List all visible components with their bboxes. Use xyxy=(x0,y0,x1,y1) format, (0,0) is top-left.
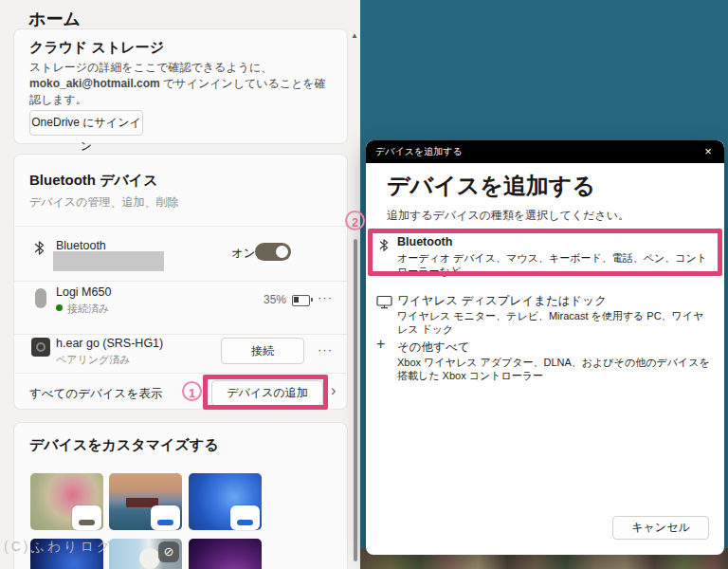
option-title: ワイヤレス ディスプレイまたはドック xyxy=(397,293,607,309)
connected-dot-icon xyxy=(56,304,63,311)
add-device-dialog: デバイスを追加する × デバイスを追加する 追加するデバイスの種類を選択してくだ… xyxy=(366,140,724,555)
blocked-icon: ⊘ xyxy=(158,541,179,562)
dialog-subheading: 追加するデバイスの種類を選択してください。 xyxy=(387,208,629,224)
device-status: 接続済み xyxy=(56,302,109,316)
option-description: Xbox ワイヤレス アダプター、DLNA、およびその他のデバイスを搭載した X… xyxy=(397,356,712,382)
watermark: (C)ふわりログ xyxy=(4,539,113,556)
screenshot-root: ホーム ▲ クラウド ストレージ ストレージの詳細をここで確認できるように、mo… xyxy=(0,0,728,569)
customize-card-title: デバイスをカスタマイズする xyxy=(29,436,219,454)
dialog-heading: デバイスを追加する xyxy=(387,171,595,201)
more-options-icon[interactable]: ··· xyxy=(318,342,333,357)
scrollbar-thumb[interactable] xyxy=(354,239,357,561)
speaker-icon xyxy=(31,338,50,357)
device-name: Logi M650 xyxy=(56,285,111,299)
device-preview-icon xyxy=(72,505,101,530)
battery-percent: 35% xyxy=(264,293,286,306)
bluetooth-devices-card: Bluetooth デバイス デバイスの管理、追加、削除 Bluetooth オ… xyxy=(13,154,348,410)
show-all-devices-label: すべてのデバイスを表示 xyxy=(29,386,162,402)
battery-icon xyxy=(292,295,310,306)
cloud-storage-card: クラウド ストレージ ストレージの詳細をここで確認できるように、moko_aki… xyxy=(13,28,348,144)
connect-button[interactable]: 接続 xyxy=(221,338,304,364)
divider xyxy=(14,373,347,374)
onedrive-signin-button[interactable]: OneDrive にサインイン xyxy=(29,110,143,136)
page-title: ホーム xyxy=(28,8,81,30)
toggle-state-label: オン xyxy=(231,246,256,262)
bluetooth-toggle-label: Bluetooth xyxy=(56,239,106,252)
bluetooth-icon xyxy=(33,240,46,256)
device-preview-icon xyxy=(151,505,180,530)
option-title: その他すべて xyxy=(397,340,469,356)
toggle-knob xyxy=(276,246,288,258)
dialog-titlebar: デバイスを追加する × xyxy=(366,140,724,163)
cloud-storage-title: クラウド ストレージ xyxy=(29,39,164,57)
step-annotation-circle-1: 1 xyxy=(182,381,202,401)
wallpaper-thumbnail[interactable] xyxy=(30,473,103,530)
dialog-titlebar-text: デバイスを追加する xyxy=(375,145,463,158)
cloud-storage-description: ストレージの詳細をここで確認できるように、moko_aki@hotmail.co… xyxy=(29,60,331,108)
wallpaper-thumbnail[interactable]: ⊘ xyxy=(109,539,182,569)
cloud-storage-description-pre: ストレージの詳細をここで確認できるように、 xyxy=(29,61,272,74)
close-icon[interactable]: × xyxy=(700,143,717,160)
monitor-icon xyxy=(376,295,392,309)
device-name: h.ear go (SRS-HG1) xyxy=(56,337,163,350)
thumbnail-image xyxy=(189,539,262,569)
mouse-icon xyxy=(35,288,46,308)
device-status-text: ペアリング済み xyxy=(56,353,131,367)
step-annotation-box-1 xyxy=(203,375,328,410)
divider xyxy=(14,334,347,335)
option-description: ワイヤレス モニター、テレビ、Miracast を使用する PC、ワイヤレス ド… xyxy=(397,309,710,336)
device-status-text: 接続済み xyxy=(67,303,109,314)
device-preview-bar xyxy=(237,520,253,525)
step-annotation-circle-2: 2 xyxy=(345,211,365,230)
wallpaper-thumbnail[interactable] xyxy=(189,539,262,569)
bluetooth-card-subtitle: デバイスの管理、追加、削除 xyxy=(29,194,178,211)
speaker-cone xyxy=(36,342,46,352)
thumbnail-flower xyxy=(139,548,160,569)
divider xyxy=(14,226,347,227)
device-preview-bar xyxy=(79,520,95,525)
device-preview-bar xyxy=(157,520,173,525)
step-annotation-box-2 xyxy=(368,229,722,276)
account-email: moko_aki@hotmail.com xyxy=(29,77,160,90)
divider xyxy=(14,281,347,282)
redacted-device-name xyxy=(53,251,164,271)
device-preview-icon xyxy=(230,505,260,530)
wallpaper-thumbnail[interactable] xyxy=(109,473,182,530)
wallpaper-thumbnail[interactable] xyxy=(189,473,262,530)
cancel-button[interactable]: キャンセル xyxy=(612,516,709,540)
chevron-right-icon: › xyxy=(331,382,336,399)
scrollbar-up-icon[interactable]: ▲ xyxy=(351,31,358,40)
more-options-icon[interactable]: ··· xyxy=(318,290,333,304)
plus-icon: + xyxy=(376,336,385,353)
bluetooth-card-title: Bluetooth デバイス xyxy=(29,172,158,190)
battery-fill xyxy=(294,297,299,303)
bluetooth-toggle[interactable] xyxy=(255,243,291,261)
